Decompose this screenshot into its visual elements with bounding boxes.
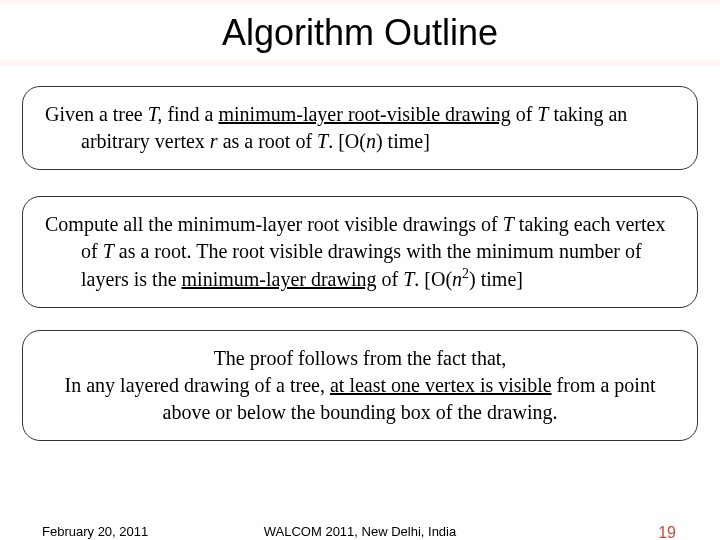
box-proof: The proof follows from the fact that, In… xyxy=(22,330,698,441)
footer-venue: WALCOM 2011, New Delhi, India xyxy=(0,524,720,539)
box1-text: Given a tree T, find a minimum-layer roo… xyxy=(45,101,675,155)
box-step1: Given a tree T, find a minimum-layer roo… xyxy=(22,86,698,170)
box3-line1: The proof follows from the fact that, xyxy=(45,345,675,372)
slide-title: Algorithm Outline xyxy=(0,4,720,60)
slide: Algorithm Outline Given a tree T, find a… xyxy=(0,0,720,540)
footer-page-number: 19 xyxy=(658,524,676,540)
box2-text: Compute all the minimum-layer root visib… xyxy=(45,211,675,293)
box3-line2: In any layered drawing of a tree, at lea… xyxy=(45,372,675,426)
title-underline-band xyxy=(0,60,720,66)
box-step2: Compute all the minimum-layer root visib… xyxy=(22,196,698,308)
